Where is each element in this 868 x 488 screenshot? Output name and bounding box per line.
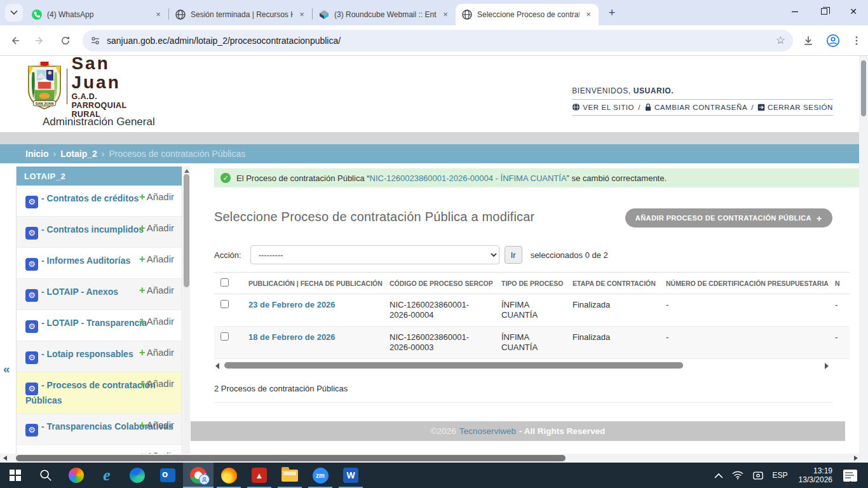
row-checkbox[interactable]	[220, 332, 229, 341]
taskbar-acrobat[interactable]: ▲	[244, 463, 275, 488]
download-icon[interactable]	[802, 34, 815, 47]
page-vertical-scrollbar[interactable]	[859, 56, 868, 454]
tab-recursos[interactable]: Sesión terminada | Recursos Hu ×	[169, 4, 312, 25]
sidebar-item-procesos-contratacion[interactable]: ⚙- Procesos de contratación Públicas +Añ…	[17, 372, 182, 414]
url-bar[interactable]: sanjuan.gob.ec/admin/lotaip_2/procesocon…	[83, 30, 793, 51]
add-link[interactable]: +Añadir	[139, 254, 174, 264]
tab-close-icon[interactable]: ×	[153, 10, 163, 20]
vertical-scrollbar-thumb[interactable]	[861, 60, 866, 116]
add-link[interactable]: +Añadir	[139, 316, 174, 327]
scroll-up-arrow-icon[interactable]	[184, 169, 189, 173]
close-button[interactable]: ✕	[839, 0, 868, 23]
sidebar-scrollbar[interactable]	[183, 166, 190, 454]
action-select[interactable]: ---------	[250, 245, 499, 264]
restore-button[interactable]	[810, 0, 839, 23]
tab-close-icon[interactable]: ×	[583, 10, 593, 20]
column-header-truncated[interactable]: N	[829, 273, 850, 294]
sidebar-item-informes-auditorias[interactable]: ⚙- Informes Auditorías +Añadir	[17, 248, 182, 279]
taskbar-edge[interactable]	[122, 463, 153, 488]
sidebar-item-lotaip-transparencia[interactable]: ⚙- LOTAIP - Transparencia +Añadir	[17, 310, 182, 341]
add-link[interactable]: +Añadir	[139, 379, 174, 389]
sidebar-item-transparencias-colaborativas[interactable]: ⚙- Transparencias Colaborativas +Añadir	[17, 414, 182, 445]
table-horizontal-scrollbar[interactable]	[214, 361, 832, 371]
column-header-tipo[interactable]: TIPO DE PROCESO	[495, 273, 566, 294]
reload-button[interactable]	[55, 30, 76, 51]
sidebar-item-label[interactable]: - Lotaip responsables	[41, 349, 133, 359]
sidebar-section-title[interactable]: LOTAIP_2	[17, 166, 182, 186]
clock[interactable]: 13:19 13/3/2026	[792, 466, 839, 484]
add-link[interactable]: +Añadir	[139, 223, 174, 233]
url-text[interactable]: sanjuan.gob.ec/admin/lotaip_2/procesocon…	[107, 36, 776, 46]
tray-expand-button[interactable]	[710, 463, 728, 488]
taskbar-word[interactable]: W	[336, 463, 366, 488]
table-scrollbar-thumb[interactable]	[224, 362, 683, 369]
taskbar-firefox[interactable]	[214, 463, 244, 488]
taskbar-zoom[interactable]: zm	[305, 463, 336, 488]
add-link[interactable]: +Añadir	[139, 285, 174, 295]
tab-close-icon[interactable]: ×	[297, 10, 307, 20]
view-site-link[interactable]: VER EL SITIO	[572, 103, 634, 111]
browser-menu-icon[interactable]: ⋮	[851, 34, 862, 46]
page-horizontal-scrollbar[interactable]	[0, 454, 868, 463]
taskbar-search-button[interactable]	[31, 463, 61, 488]
row-date-link[interactable]: 18 de Febrero de 2026	[248, 332, 336, 342]
tab-search-button[interactable]	[5, 4, 23, 22]
tab-roundcube[interactable]: (3) Roundcube Webmail :: Entra ×	[313, 4, 456, 25]
logout-link[interactable]: CERRAR SESIÓN	[757, 104, 833, 111]
sidebar-item-contratos-incumplidos[interactable]: ⚙- Contratos incumplidos +Añadir	[17, 217, 182, 248]
taskbar-copilot[interactable]	[61, 463, 92, 488]
success-object-link[interactable]: NIC-1260023860001-2026-00004 - ÍNFIMA CU…	[370, 173, 567, 183]
column-header-etapa[interactable]: ETAPA DE CONTRTACIÓN	[566, 273, 660, 294]
start-button[interactable]	[0, 463, 31, 488]
taskbar-file-explorer[interactable]	[275, 463, 305, 488]
taskbar-chrome[interactable]	[183, 463, 214, 488]
row-date-link[interactable]: 23 de Febrero de 2026	[248, 300, 336, 309]
add-link[interactable]: +Añadir	[139, 348, 174, 358]
go-button[interactable]: Ir	[505, 246, 522, 264]
tab-whatsapp[interactable]: (4) WhatsApp ×	[25, 4, 168, 25]
back-button[interactable]	[4, 30, 25, 51]
row-checkbox[interactable]	[220, 300, 229, 308]
tray-wifi[interactable]	[728, 463, 748, 488]
horizontal-scrollbar-thumb[interactable]	[16, 455, 566, 461]
tray-meet-device[interactable]	[748, 463, 768, 488]
notification-center-button[interactable]: 4	[839, 463, 868, 488]
tab-close-icon[interactable]: ×	[440, 10, 451, 20]
sidebar-scrollbar-thumb[interactable]	[184, 174, 189, 287]
sidebar-item-label[interactable]: - LOTAIP - Anexos	[41, 287, 118, 297]
select-all-checkbox[interactable]	[220, 278, 229, 287]
profile-icon[interactable]	[826, 34, 840, 48]
sidebar-item-lotaip-responsables[interactable]: ⚙- Lotaip responsables +Añadir	[17, 341, 182, 372]
sidebar-item-label[interactable]: - LOTAIP - Transparencia	[41, 318, 147, 328]
sidebar-collapse-button[interactable]: «	[3, 362, 10, 376]
taskbar-internet-explorer[interactable]: e	[92, 463, 122, 488]
breadcrumb-section[interactable]: Lotaip_2	[60, 149, 97, 159]
sidebar-item-label[interactable]: - Informes Auditorías	[41, 255, 130, 266]
column-header-certificacion[interactable]: NÚMERO DE CDERTIFICACIÓN PRESUPUESTARIA	[660, 273, 829, 294]
sidebar-item-label[interactable]: - Procesos de contratación Públicas	[25, 380, 156, 405]
scroll-right-arrow-icon[interactable]	[854, 456, 858, 461]
minimize-button[interactable]	[780, 0, 810, 23]
sidebar-item-label[interactable]: - Contratos de créditos	[41, 193, 139, 203]
bookmark-star-icon[interactable]: ☆	[776, 34, 785, 47]
taskbar-outlook[interactable]	[153, 463, 183, 488]
add-proceso-button[interactable]: AÑADIR PROCESO DE CONTRATACIÓN PÚBLICA+	[625, 208, 832, 227]
sidebar-item-contratos-creditos[interactable]: ⚙- Contratos de créditos +Añadir	[17, 186, 182, 217]
new-tab-button[interactable]: +	[604, 5, 620, 22]
scroll-left-arrow-icon[interactable]	[3, 456, 7, 461]
column-header-publicacion[interactable]: PUBLICACIÓN | FECHA DE PUBLICACIÓN	[242, 273, 383, 294]
forward-button[interactable]	[29, 30, 51, 51]
add-link[interactable]: +Añadir	[139, 420, 174, 430]
sidebar-item-label[interactable]: - Contratos incumplidos	[41, 224, 144, 234]
column-header-codigo[interactable]: CÓDIGO DE PROCESO SERCOP	[383, 273, 495, 294]
add-link[interactable]: +Añadir	[139, 192, 174, 202]
scroll-left-arrow-icon[interactable]	[215, 363, 219, 369]
tab-active-seleccione[interactable]: Seleccione Proceso de contrata ×	[456, 4, 599, 25]
breadcrumb-home[interactable]: Inicio	[25, 149, 49, 159]
sidebar-item-transparencias-focalizadas[interactable]: ⚙- Transparencias Focalizadas +Añadir	[17, 445, 182, 454]
scroll-right-arrow-icon[interactable]	[825, 363, 829, 369]
change-password-link[interactable]: CAMBIAR CONTRASEÑA	[644, 103, 747, 111]
footer-brand-link[interactable]: Tecnoserviweb	[459, 426, 516, 436]
site-logo[interactable]: SAN JUAN San Juan G.A.D. PARROQUIAL RURA…	[24, 61, 153, 112]
sidebar-item-lotaip-anexos[interactable]: ⚙- LOTAIP - Anexos +Añadir	[17, 279, 182, 310]
